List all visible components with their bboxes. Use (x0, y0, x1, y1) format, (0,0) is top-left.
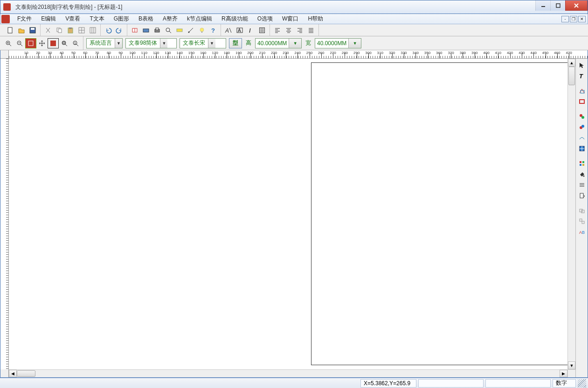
svg-line-7 (46, 28, 50, 33)
menu-item-0[interactable]: F文件 (13, 14, 36, 24)
vertical-scrollbar[interactable]: ▲ ▼ (567, 59, 575, 369)
zoom-out-button[interactable] (14, 38, 25, 48)
redo-button[interactable] (114, 25, 125, 35)
svg-text:T: T (579, 73, 583, 79)
app-icon (3, 3, 11, 11)
font-style-combo[interactable]: 文泰长宋▼ (180, 38, 226, 48)
new-file-button[interactable] (5, 25, 16, 35)
mdi-minimize-button[interactable]: ‐ (561, 16, 569, 22)
menu-item-9[interactable]: O选项 (253, 14, 277, 24)
print-button[interactable] (152, 25, 163, 35)
status-empty1 (418, 379, 484, 388)
menu-item-8[interactable]: R高级功能 (217, 14, 253, 24)
zoom-actual-button[interactable]: 1 (70, 38, 81, 48)
copy-button[interactable] (54, 25, 65, 35)
svg-rect-10 (58, 29, 62, 33)
width-input[interactable]: 40.0000MM▼ (315, 38, 361, 48)
minimize-button[interactable] (535, 0, 550, 11)
align-right-button[interactable] (294, 25, 305, 35)
canvas[interactable] (9, 59, 567, 369)
ab-tool[interactable]: AB (577, 227, 587, 237)
measure-button[interactable] (185, 25, 196, 35)
save-file-button[interactable] (27, 25, 38, 35)
text-fx-button[interactable]: A (223, 25, 234, 35)
shape-tool[interactable] (577, 86, 587, 95)
menu-item-4[interactable]: G图形 (109, 14, 134, 24)
text-outline-button[interactable]: A (234, 25, 245, 35)
horizontal-scroll-thumb[interactable] (17, 370, 35, 377)
svg-line-24 (169, 31, 171, 33)
menu-item-2[interactable]: V查看 (61, 14, 85, 24)
preview-button[interactable] (163, 25, 174, 35)
svg-rect-62 (28, 41, 33, 46)
svg-text:B: B (582, 230, 585, 235)
export-button[interactable] (129, 25, 140, 35)
paste-button[interactable] (65, 25, 76, 35)
tip-button[interactable] (196, 25, 208, 35)
height-input[interactable]: 40.0000MM▼ (255, 38, 302, 48)
undo-button[interactable] (103, 25, 114, 35)
workspace: 1020304050607080901001101201301401501601… (0, 50, 588, 378)
pan-button[interactable] (36, 38, 48, 48)
svg-rect-12 (69, 27, 72, 29)
grid2-button[interactable] (87, 25, 98, 35)
svg-rect-35 (260, 27, 265, 33)
resize-grip-icon[interactable] (578, 379, 586, 388)
text-tool[interactable]: T (577, 71, 587, 81)
fill-tool[interactable] (577, 170, 587, 179)
help-button[interactable]: ? (208, 25, 219, 35)
svg-rect-32 (237, 28, 242, 33)
font-type-button[interactable]: 型 (229, 38, 242, 48)
rect-tool[interactable] (577, 97, 587, 106)
wire-tool[interactable] (577, 133, 587, 143)
scroll-down-arrow-icon[interactable]: ▼ (568, 361, 575, 369)
svg-rect-22 (156, 28, 159, 30)
italic-button[interactable]: I (245, 25, 256, 35)
group-tool[interactable] (577, 206, 587, 215)
menu-item-3[interactable]: T文本 (85, 14, 109, 24)
vertical-scroll-thumb[interactable] (568, 67, 575, 85)
scroll-up-arrow-icon[interactable]: ▲ (568, 59, 575, 67)
pattern2-tool[interactable] (577, 123, 587, 132)
close-button[interactable] (565, 0, 588, 11)
pointer-tool[interactable] (577, 61, 587, 70)
align-justify-button[interactable] (305, 25, 317, 35)
zoom-in-button[interactable] (3, 38, 14, 48)
zoom-page-button[interactable] (59, 38, 70, 48)
horizontal-scrollbar[interactable]: ◀ ▶ (9, 369, 567, 377)
ungroup-tool[interactable] (577, 217, 587, 226)
zoom-select-button[interactable] (48, 38, 59, 48)
scroll-right-arrow-icon[interactable]: ▶ (560, 370, 567, 377)
scroll-left-arrow-icon[interactable]: ◀ (9, 370, 17, 377)
plotter-button[interactable] (140, 25, 152, 35)
ruler-button[interactable] (174, 25, 185, 35)
grid1-button[interactable] (76, 25, 87, 35)
menu-item-11[interactable]: H帮助 (303, 14, 328, 24)
open-file-button[interactable] (16, 25, 27, 35)
maximize-button[interactable] (550, 0, 565, 11)
menu-item-1[interactable]: E编辑 (36, 14, 61, 24)
align-left-button[interactable] (272, 25, 283, 35)
menu-item-10[interactable]: W窗口 (277, 14, 303, 24)
svg-rect-82 (580, 161, 581, 163)
cut-button[interactable] (42, 25, 54, 35)
mdi-restore-button[interactable]: ❐ (570, 16, 577, 22)
svg-point-69 (73, 41, 77, 45)
align-center-button[interactable] (283, 25, 294, 35)
svg-rect-90 (580, 193, 583, 198)
language-combo[interactable]: 系统语言▼ (86, 38, 123, 48)
menu-item-6[interactable]: A整齐 (158, 14, 182, 24)
zoom-fit-button[interactable] (25, 38, 36, 48)
pattern1-tool[interactable] (577, 112, 587, 121)
lines-tool[interactable] (577, 180, 587, 190)
menu-item-7[interactable]: k节点编辑 (182, 14, 217, 24)
color-grid-tool[interactable] (577, 159, 587, 168)
mdi-close-button[interactable]: ✕ (578, 16, 586, 22)
text-justify-button[interactable] (256, 25, 268, 35)
table-tool[interactable] (577, 144, 587, 153)
font-family-combo[interactable]: 文泰98简体▼ (125, 38, 177, 48)
svg-line-31 (229, 28, 231, 33)
menu-item-5[interactable]: B表格 (134, 14, 158, 24)
insert-tool[interactable] (577, 191, 587, 200)
svg-point-23 (166, 28, 170, 32)
